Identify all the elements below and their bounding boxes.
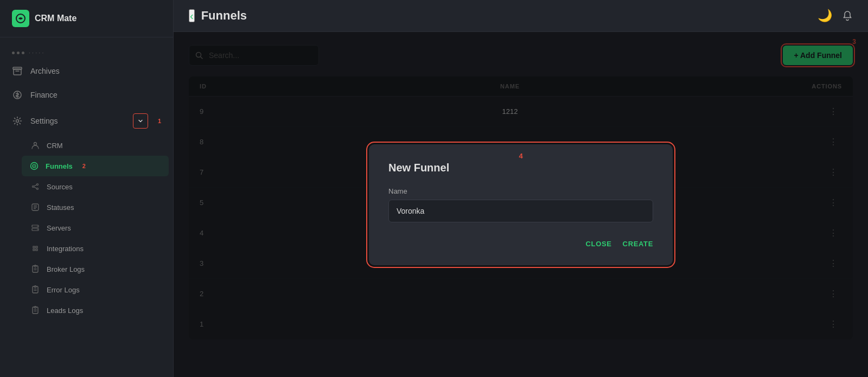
svg-rect-31 — [33, 307, 38, 314]
crm-icon — [30, 140, 40, 150]
sidebar-item-funnels[interactable]: Funnels 2 — [22, 156, 169, 176]
page-title-wrap: ‹ Funnels — [189, 9, 247, 23]
svg-rect-27 — [33, 286, 38, 293]
modal-badge: 4 — [519, 152, 522, 160]
broker-logs-label: Broker Logs — [47, 265, 85, 273]
svg-point-5 — [16, 120, 19, 123]
settings-expand-button[interactable] — [133, 113, 148, 129]
servers-icon — [30, 223, 40, 233]
sidebar-item-settings[interactable]: Settings 1 — [0, 107, 173, 135]
modal-name-label: Name — [388, 187, 653, 195]
logo-icon — [12, 10, 29, 27]
svg-point-12 — [37, 188, 39, 190]
sources-icon — [30, 182, 40, 191]
error-logs-label: Error Logs — [47, 286, 80, 294]
sidebar-item-error-logs[interactable]: Error Logs — [0, 279, 173, 300]
archives-label: Archives — [30, 67, 161, 75]
modal-create-button[interactable]: CREATE — [623, 240, 653, 248]
new-funnel-modal: 4 New Funnel Name CLOSE CREATE — [369, 144, 673, 265]
svg-point-22 — [37, 229, 38, 230]
back-button[interactable]: ‹ — [189, 9, 195, 22]
svg-point-21 — [37, 226, 38, 227]
sources-label: Sources — [47, 183, 73, 191]
svg-rect-23 — [33, 266, 38, 272]
sidebar-item-statuses[interactable]: Statuses — [0, 197, 173, 218]
statuses-icon — [30, 202, 40, 212]
broker-logs-icon — [30, 264, 40, 274]
sidebar-item-broker-logs[interactable]: Broker Logs — [0, 259, 173, 279]
funnels-icon — [29, 161, 39, 171]
modal-overlay: 4 New Funnel Name CLOSE CREATE — [174, 32, 868, 377]
sidebar-item-archives[interactable]: Archives — [0, 59, 173, 83]
sidebar-item-crm[interactable]: CRM — [0, 135, 173, 156]
svg-line-14 — [34, 187, 37, 188]
sidebar-item-servers[interactable]: Servers — [0, 218, 173, 238]
sidebar-item-leads-logs[interactable]: Leads Logs — [0, 300, 173, 321]
crm-label: CRM — [47, 142, 63, 150]
svg-rect-2 — [13, 67, 22, 69]
theme-toggle-button[interactable]: 🌙 — [818, 9, 832, 23]
sidebar-item-sources[interactable]: Sources — [0, 176, 173, 197]
funnels-badge: 2 — [82, 163, 86, 169]
sidebar-item-finance[interactable]: Finance — [0, 83, 173, 107]
error-logs-icon — [30, 285, 40, 295]
svg-point-11 — [37, 184, 39, 186]
nav-dots: · · · · · — [0, 43, 173, 59]
modal-actions: CLOSE CREATE — [388, 235, 653, 248]
svg-line-13 — [34, 185, 37, 186]
funnels-label: Funnels — [46, 162, 73, 170]
main-content: ‹ Funnels 🌙 — [174, 0, 868, 377]
dot3 — [22, 52, 24, 54]
header-right: 🌙 — [818, 9, 853, 23]
modal-name-input[interactable] — [388, 200, 653, 222]
gear-icon — [12, 116, 23, 126]
dot2 — [17, 52, 20, 54]
settings-badge: 1 — [158, 118, 161, 124]
svg-point-6 — [34, 143, 37, 145]
page-title: Funnels — [201, 9, 247, 23]
svg-point-10 — [33, 186, 34, 188]
sidebar-item-integrations[interactable]: Integrations — [0, 238, 173, 259]
integrations-label: Integrations — [47, 245, 84, 253]
modal-title: New Funnel — [388, 162, 653, 174]
app-name: CRM Mate — [35, 14, 76, 23]
settings-label: Settings — [30, 117, 125, 125]
finance-label: Finance — [30, 91, 161, 99]
modal-close-button[interactable]: CLOSE — [586, 240, 612, 248]
leads-logs-icon — [30, 305, 40, 315]
modal-name-field: Name — [388, 187, 653, 235]
top-header: ‹ Funnels 🌙 — [174, 0, 868, 32]
sidebar: CRM Mate · · · · · Archives — [0, 0, 174, 377]
statuses-label: Statuses — [47, 203, 74, 212]
svg-point-9 — [34, 165, 35, 167]
dot1 — [12, 52, 15, 54]
notification-bell-button[interactable] — [842, 10, 853, 21]
servers-label: Servers — [47, 224, 71, 232]
dollar-icon — [12, 90, 23, 100]
archive-icon — [12, 66, 23, 76]
nav-dots-label: · · · · · — [29, 49, 44, 56]
leads-logs-label: Leads Logs — [47, 306, 83, 315]
sidebar-nav: · · · · · Archives Finance — [0, 37, 173, 377]
logo-area: CRM Mate — [0, 0, 173, 37]
integrations-icon — [30, 244, 40, 253]
content-area: 3 + Add Funnel ID NAME ACTIONS 9 1212 ⋮ … — [174, 32, 868, 377]
